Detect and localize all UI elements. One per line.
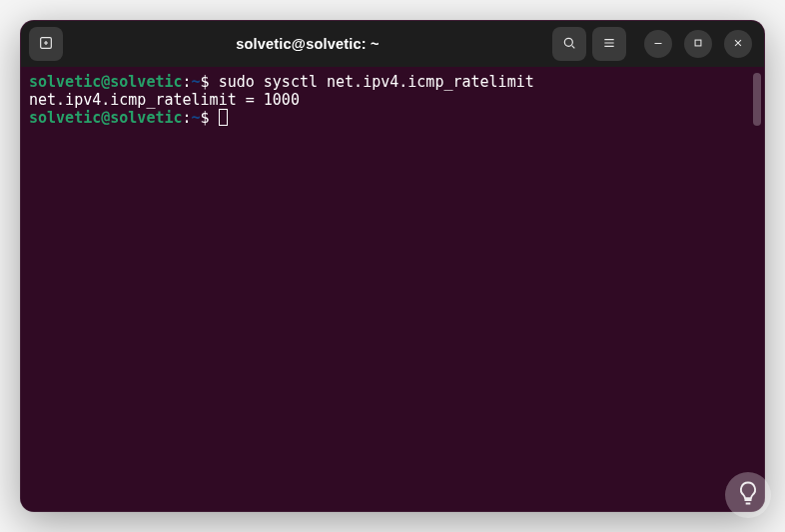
maximize-icon (691, 36, 705, 53)
window-controls (644, 30, 752, 58)
output-text: net.ipv4.icmp_ratelimit = 1000 (29, 91, 300, 109)
prompt-sep: : (183, 73, 192, 91)
bulb-icon (734, 479, 762, 511)
prompt-path: ~ (192, 73, 201, 91)
prompt-sep: : (183, 109, 192, 127)
titlebar: solvetic@solvetic: ~ (21, 21, 764, 67)
terminal-window: solvetic@solvetic: ~ (20, 20, 765, 512)
window-title: solvetic@solvetic: ~ (236, 36, 379, 52)
prompt-user: solvetic@solvetic (29, 109, 183, 127)
new-tab-button[interactable] (29, 27, 63, 61)
terminal-body[interactable]: solvetic@solvetic:~$ sudo sysctl net.ipv… (21, 67, 764, 511)
search-icon (561, 35, 577, 54)
search-button[interactable] (552, 27, 586, 61)
terminal-line: solvetic@solvetic:~$ (29, 109, 758, 127)
minimize-icon (651, 36, 665, 53)
scrollbar-thumb[interactable] (753, 73, 761, 126)
close-button[interactable] (724, 30, 752, 58)
maximize-button[interactable] (684, 30, 712, 58)
prompt-sym: $ (201, 109, 219, 127)
prompt-user: solvetic@solvetic (29, 73, 183, 91)
prompt-sym: $ (201, 73, 219, 91)
prompt-path: ~ (192, 109, 201, 127)
terminal-line: net.ipv4.icmp_ratelimit = 1000 (29, 91, 758, 109)
svg-rect-9 (695, 40, 701, 46)
terminal-line: solvetic@solvetic:~$ sudo sysctl net.ipv… (29, 73, 758, 91)
close-icon (731, 36, 745, 53)
hamburger-icon (601, 35, 617, 54)
svg-point-3 (564, 38, 572, 46)
svg-line-4 (572, 45, 575, 48)
watermark-badge (725, 472, 771, 518)
minimize-button[interactable] (644, 30, 672, 58)
menu-button[interactable] (592, 27, 626, 61)
cursor (219, 109, 228, 126)
new-tab-icon (38, 35, 54, 54)
command-text: sudo sysctl net.ipv4.icmp_ratelimit (219, 73, 534, 91)
